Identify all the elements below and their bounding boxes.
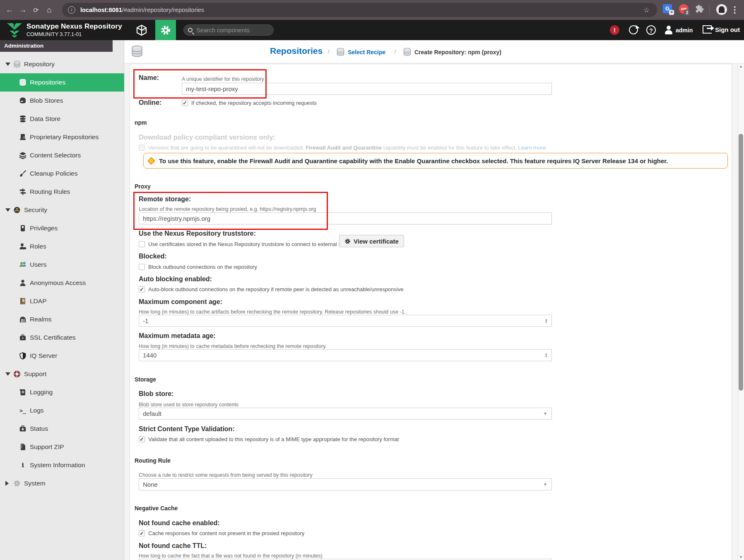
sidebar-item-support[interactable]: Support [0,365,124,383]
warning-text: To use this feature, enable the Firewall… [159,157,668,164]
online-checkbox[interactable] [182,100,188,106]
ssl-certificates-icon [19,334,26,341]
learn-more-link[interactable]: Learn more. [518,145,547,151]
truststore-checkbox[interactable] [139,241,145,247]
gear-icon [344,238,351,244]
sidebar-item-iq-server[interactable]: IQ Server [0,347,124,365]
sidebar-item-routing-rules[interactable]: Routing Rules [0,183,124,201]
sidebar-item-blob-stores[interactable]: Blob Stores [0,92,124,110]
scroll-down-icon[interactable]: ▼ [739,555,743,559]
health-alert-icon[interactable]: ! [610,25,619,35]
ldap-book-icon [19,297,26,305]
sidebar-item-ldap[interactable]: LDAP [0,292,124,310]
sign-out-button[interactable]: Sign out [715,26,740,33]
sidebar-item-label: Privileges [30,224,58,232]
page-scrollbar[interactable]: ▲ ▼ [738,63,744,560]
admin-mode-gear-tab[interactable] [155,20,176,40]
sidebar-item-cleanup-policies[interactable]: Cleanup Policies [0,164,124,183]
browser-profile-avatar[interactable] [716,4,727,15]
browser-menu-icon[interactable]: ••• [734,5,735,14]
blob-stores-icon [19,97,26,104]
strict-validation-heading: Strict Content Type Validation: [139,425,235,433]
blob-store-select[interactable]: default ▼ [139,408,552,420]
max-component-age-helper: How long (in minutes) to cache artifacts… [139,309,406,315]
routing-rule-select[interactable]: None ▼ [139,478,552,490]
max-component-age-input[interactable]: -1 ▲▼ [139,315,552,327]
sidebar-item-anonymous-access[interactable]: Anonymous Access [0,274,124,292]
breadcrumb-separator: / [328,48,330,55]
sidebar-item-label: Support [24,370,46,378]
blocked-checkbox[interactable] [139,264,145,270]
download-policy-row: Versions that are going to be quarantine… [139,145,547,151]
help-icon[interactable]: ? [646,25,656,35]
sidebar-item-logging[interactable]: Logging [0,383,124,401]
shield-icon [19,352,26,360]
sidebar-item-logs[interactable]: >_Logs [0,401,124,420]
sidebar-item-label: Support ZIP [30,443,64,451]
blob-store-heading: Blob store: [139,390,173,398]
sidebar-item-label: SSL Certificates [30,334,76,341]
translate-extension-icon[interactable]: G [663,4,672,13]
forward-icon[interactable]: → [17,4,29,16]
sidebar-item-roles[interactable]: Roles [0,237,124,256]
nfc-ttl-helper: How long to cache the fact that a file w… [139,553,323,559]
scrollbar-thumb[interactable] [739,134,743,391]
address-bar[interactable]: i localhost:8081/#admin/repository/repos… [62,3,657,17]
sidebar-item-data-store[interactable]: Data Store [0,110,124,128]
breadcrumb-repositories[interactable]: Repositories [270,46,323,56]
sidebar-item-ssl-certificates[interactable]: SSL Certificates [0,328,124,347]
download-policy-heading: Download policy compliant versions only: [139,133,275,141]
sidebar-item-content-selectors[interactable]: Content Selectors [0,146,124,164]
user-icon[interactable] [664,25,673,34]
blob-store-helper: Blob store used to store repository cont… [139,402,238,408]
life-ring-icon [13,370,21,378]
nfc-enabled-checkbox[interactable] [139,530,145,536]
view-certificate-button[interactable]: View certificate [339,235,404,247]
sidebar-item-security[interactable]: Security [0,201,124,219]
download-policy-text: Versions that are going to be quarantine… [148,145,547,151]
search-placeholder: Search components [196,27,250,34]
sidebar-item-privileges[interactable]: Privileges [0,219,124,237]
max-metadata-age-input[interactable]: 1440 ▲▼ [139,349,552,361]
extensions-puzzle-icon[interactable] [695,4,704,13]
home-icon[interactable]: ⌂ [43,4,55,16]
search-components-box[interactable]: Search components [183,24,274,36]
sidebar-item-repository[interactable]: Repository [0,55,124,73]
chevron-down-icon[interactable] [5,372,10,376]
sidebar-item-status[interactable]: Status [0,420,124,438]
user-label[interactable]: admin [676,27,693,34]
sidebar-item-system[interactable]: System [0,474,124,492]
max-metadata-age-helper: How long (in minutes) to cache metadata … [139,343,327,349]
back-icon[interactable]: ← [3,4,16,16]
sidebar-item-label: Roles [30,243,46,250]
breadcrumb-select-recipe[interactable]: Select Recipe [348,49,385,56]
site-info-icon[interactable]: i [68,6,75,14]
strict-validation-checkbox[interactable] [139,436,145,442]
database-icon [13,60,21,68]
sidebar-item-repositories[interactable]: Repositories [0,73,124,92]
scroll-up-icon[interactable]: ▲ [739,64,743,68]
privileges-icon [19,224,26,232]
sign-out-icon[interactable] [703,25,712,34]
auto-blocking-label: Auto-block outbound connections on the r… [148,286,403,292]
nfc-enabled-row: Cache responses for content not present … [139,530,304,536]
auto-blocking-checkbox[interactable] [139,286,145,292]
number-spinner[interactable]: ▲▼ [545,319,548,323]
sidebar-item-users[interactable]: Users [0,256,124,274]
breadcrumb-current-page: Create Repository: npm (proxy) [414,49,501,56]
annotation-box-remote-storage [133,192,328,230]
sidebar-item-support-zip[interactable]: Support ZIP [0,438,124,456]
sidebar-item-realms[interactable]: Realms [0,310,124,328]
chevron-right-icon[interactable] [5,481,9,486]
sidebar-item-proprietary-repositories[interactable]: Proprietary Repositories [0,128,124,146]
reload-icon[interactable]: ⟳ [30,4,42,16]
bookmark-star-icon[interactable]: ☆ [643,6,650,14]
number-spinner[interactable]: ▲▼ [545,353,548,358]
sidebar-item-system-information[interactable]: iSystem Information [0,456,124,474]
chevron-down-icon[interactable] [5,208,10,212]
browse-mode-cube-icon[interactable] [136,24,147,36]
proxy-section-header: Proxy [135,183,151,190]
breadcrumb-separator: / [395,48,396,55]
refresh-icon[interactable] [629,25,638,34]
chevron-down-icon[interactable] [5,63,10,66]
